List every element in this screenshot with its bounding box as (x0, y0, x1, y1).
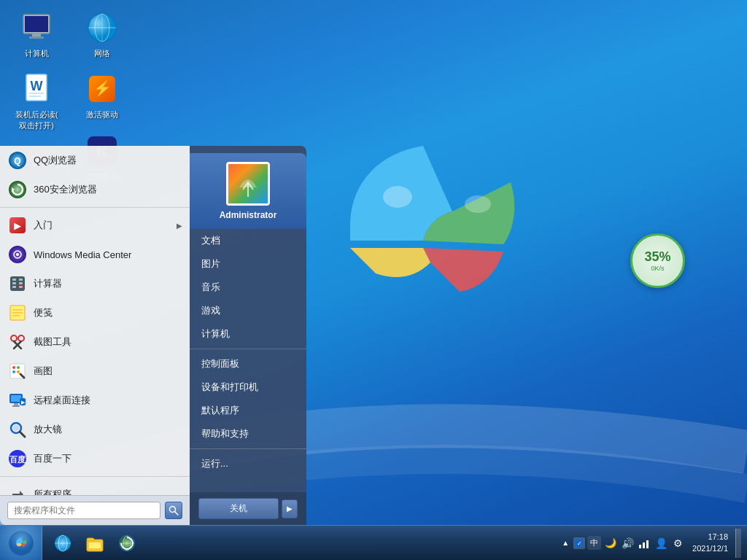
menu-item-qq-browser[interactable]: Q QQ浏览器 (0, 146, 190, 175)
svg-rect-52 (12, 405, 20, 407)
clock-time: 17:18 (692, 532, 728, 542)
menu-item-devices[interactable]: 设备和打印机 (190, 376, 306, 399)
desktop-icon-computer[interactable]: 计算机 (7, 7, 66, 61)
show-desktop-button[interactable] (735, 529, 741, 558)
snipping-icon (7, 332, 28, 352)
taskbar-icon-network[interactable] (48, 529, 77, 558)
menu-item-paint[interactable]: 画图 (0, 357, 190, 386)
menu-item-music[interactable]: 音乐 (190, 276, 306, 299)
search-input[interactable] (7, 502, 160, 519)
menu-item-wmc[interactable]: Windows Media Center (0, 240, 190, 269)
activate-icon: ⚡ (85, 71, 120, 106)
tray-user-icon[interactable]: 👤 (654, 536, 668, 551)
user-profile: Administrator (190, 153, 306, 229)
menu-item-started[interactable]: ▶ 入门 ▶ (0, 211, 190, 240)
menu-item-control-panel[interactable]: 控制面板 (190, 352, 306, 376)
menu-item-calc[interactable]: 计算器 (0, 269, 190, 298)
tray-expand-arrow[interactable]: ▲ (560, 537, 570, 548)
speed-gauge[interactable]: 35% 0K/s (630, 233, 685, 288)
desktop-icon-network[interactable]: 网络 (73, 7, 131, 61)
menu-item-magnifier[interactable]: 放大镜 (0, 415, 190, 444)
menu-item-360[interactable]: 360安全浏览器 (0, 175, 190, 204)
taskbar: ▲ ✓ 中 🌙 🔊 (0, 525, 747, 560)
tray-volume-icon[interactable]: 🔊 (620, 536, 635, 551)
start-menu-right: Administrator 文档 图片 音乐 游戏 计算机 控制面板 (190, 146, 306, 525)
activate-icon-label: 激活驱动 (86, 109, 118, 120)
document-icon: W (19, 71, 54, 106)
speed-value: 0K/s (651, 265, 664, 272)
search-button[interactable] (165, 502, 182, 519)
remote-label: 远程桌面连接 (34, 394, 90, 407)
svg-rect-51 (14, 403, 18, 405)
svg-rect-70 (87, 538, 94, 541)
menu-item-my-computer[interactable]: 计算机 (190, 322, 306, 346)
tray-network-icon[interactable] (637, 536, 651, 551)
menu-item-snipping[interactable]: 截图工具 (0, 327, 190, 357)
desktop-icon-activate[interactable]: ⚡ 激活驱动 (73, 69, 131, 122)
speed-percent: 35% (644, 249, 670, 265)
svg-text:W: W (31, 79, 43, 93)
tray-moon-icon[interactable]: 🌙 (603, 536, 618, 551)
menu-item-documents[interactable]: 文档 (190, 229, 306, 252)
svg-rect-32 (12, 282, 16, 284)
tray-settings-icon[interactable]: ⚙ (670, 536, 685, 551)
started-label: 入门 (34, 219, 53, 232)
svg-text:▶: ▶ (14, 220, 21, 231)
menu-item-run[interactable]: 运行... (190, 452, 306, 475)
svg-line-63 (175, 512, 179, 516)
shutdown-button[interactable]: 关机 (198, 498, 279, 519)
menu-item-default-programs[interactable]: 默认程序 (190, 399, 306, 422)
ime-label: 中 (590, 537, 598, 548)
svg-rect-5 (29, 36, 44, 39)
svg-point-46 (17, 366, 20, 369)
menu-item-pictures[interactable]: 图片 (190, 252, 306, 276)
calc-icon (7, 273, 28, 294)
menu-item-all-programs[interactable]: 所有程序 (0, 480, 190, 495)
shutdown-arrow[interactable]: ▶ (282, 499, 298, 518)
all-programs-label: 所有程序 (34, 488, 71, 495)
sticky-icon (7, 303, 28, 323)
svg-rect-35 (19, 286, 23, 288)
all-programs-icon (7, 484, 28, 495)
svg-text:⚡: ⚡ (93, 79, 112, 97)
menu-item-remote[interactable]: ▶ 远程桌面连接 (0, 386, 190, 415)
svg-text:Q: Q (14, 156, 20, 166)
system-clock[interactable]: 17:18 2021/12/1 (688, 532, 732, 554)
user-avatar[interactable] (226, 162, 270, 206)
search-bar (0, 495, 190, 525)
clock-date: 2021/12/1 (692, 543, 728, 554)
svg-point-28 (16, 253, 19, 256)
wmc-label: Windows Media Center (34, 249, 131, 260)
wmc-icon (7, 244, 28, 265)
svg-point-48 (17, 370, 20, 373)
svg-rect-3 (25, 16, 48, 32)
menu-item-games[interactable]: 游戏 (190, 299, 306, 322)
svg-rect-33 (19, 282, 23, 284)
svg-rect-31 (19, 279, 23, 281)
360-icon (7, 179, 28, 200)
menu-divider-2 (0, 476, 190, 477)
desktop-icon-document[interactable]: W 装机后必读( 双击打开) (7, 69, 66, 133)
windows-logo (292, 109, 540, 346)
start-menu-left: Q QQ浏览器 (0, 146, 190, 525)
menu-item-baidu[interactable]: 百度 百度一下 (0, 444, 190, 473)
ime-indicator[interactable]: 中 (587, 536, 601, 550)
svg-rect-79 (643, 542, 645, 548)
start-button[interactable] (0, 526, 42, 561)
svg-rect-71 (89, 542, 101, 548)
menu-item-help[interactable]: 帮助和支持 (190, 422, 306, 446)
desktop: 35% 0K/s 计算机 W (0, 0, 747, 560)
taskbar-icon-explorer[interactable] (80, 529, 109, 558)
menu-divider-1 (0, 207, 190, 208)
svg-rect-78 (639, 545, 641, 548)
tray-security-icon[interactable]: ✓ (573, 537, 585, 549)
tray-icons: ✓ 中 🌙 🔊 (573, 536, 685, 551)
computer-icon-label: 计算机 (25, 48, 49, 58)
menu-item-sticky[interactable]: 便笺 (0, 298, 190, 327)
start-menu-items: Q QQ浏览器 (0, 146, 190, 495)
started-icon: ▶ (7, 215, 28, 236)
taskbar-icon-ie[interactable] (112, 529, 142, 558)
svg-point-22 (9, 181, 26, 198)
remote-icon: ▶ (7, 390, 28, 411)
svg-text:✓: ✓ (577, 540, 582, 547)
